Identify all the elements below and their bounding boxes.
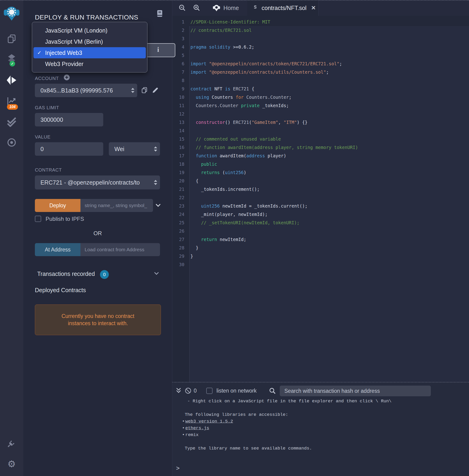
compile-success-badge: ✓	[10, 61, 15, 66]
clear-console-ban-icon[interactable]	[184, 387, 192, 395]
line-number: 15	[172, 135, 184, 143]
value-input[interactable]: 0	[35, 142, 103, 156]
edit-account-pencil-icon[interactable]	[151, 86, 159, 95]
environment-option[interactable]: JavaScript VM (Berlin)	[34, 36, 146, 47]
code-line: 26	[172, 227, 469, 235]
line-number: 8	[172, 76, 184, 85]
tab-nft-sol[interactable]: contracts/NFT.sol ✕	[247, 0, 318, 16]
terminal-line: Type the library name to see available c…	[182, 445, 467, 452]
code-line: 11 Counters.Counter private _tokenIds;	[172, 101, 469, 110]
create-account-plus-icon[interactable]	[63, 74, 70, 82]
documentation-book-icon[interactable]	[156, 9, 164, 19]
expand-terminal-chevrons-icon[interactable]	[175, 387, 182, 395]
line-number: 21	[172, 185, 184, 193]
gas-limit-value: 3000000	[40, 116, 63, 123]
code-line: 15 // commented out unused variable	[172, 135, 469, 143]
terminal-prompt[interactable]: >	[176, 465, 180, 472]
zoom-in-icon[interactable]	[193, 4, 201, 13]
publish-ipfs-checkbox[interactable]	[35, 216, 41, 222]
environment-option[interactable]: Web3 Provider	[34, 58, 146, 69]
deploy-run-icon[interactable]	[6, 75, 17, 86]
terminal-line: - Right click on a JavaScript file in th…	[182, 398, 467, 405]
settings-gear-icon[interactable]: ⚙	[7, 459, 16, 469]
listen-network-checkbox[interactable]	[206, 388, 213, 394]
at-address-input[interactable]	[81, 243, 160, 256]
expand-args-chevron-icon[interactable]	[155, 202, 161, 210]
no-instances-message: Currently you have no contract instances…	[50, 312, 146, 327]
code-line: 10 using Counters for Counters.Counter;	[172, 93, 469, 101]
terminal-search-input[interactable]	[280, 386, 431, 396]
terminal-line: The following libraries are accessible:	[182, 411, 467, 418]
zoom-out-icon[interactable]	[178, 4, 186, 13]
remix-home-logo-icon	[213, 4, 220, 12]
code-line: 19 returns (uint256)	[172, 168, 469, 177]
line-number: 22	[172, 193, 184, 202]
line-number: 23	[172, 202, 184, 210]
environment-option-label: JavaScript VM (Berlin)	[45, 38, 103, 45]
line-number: 13	[172, 118, 184, 126]
debugger-icon[interactable]	[7, 138, 17, 148]
top-divider	[0, 0, 469, 1]
terminal-line	[182, 405, 467, 411]
code-line: 17 function awardItem(address player)	[172, 151, 469, 160]
code-line: 22	[172, 193, 469, 202]
copy-account-icon[interactable]	[141, 86, 148, 95]
file-explorer-icon[interactable]	[7, 34, 17, 45]
analytics-count-badge: 104	[7, 104, 18, 110]
environment-option-label: Injected Web3	[45, 49, 82, 56]
unit-testing-icon[interactable]	[6, 116, 17, 128]
contract-select[interactable]: ERC721 - @openzeppelin/contracts/to	[35, 176, 160, 189]
value-label: VALUE	[35, 134, 50, 140]
terminal-line: •ethers.js	[182, 425, 467, 432]
panel-title: DEPLOY & RUN TRANSACTIONS	[35, 14, 138, 21]
line-number: 28	[172, 244, 184, 252]
deploy-button[interactable]: Deploy	[35, 199, 81, 212]
library-link[interactable]: web3 version 1.5.2	[185, 419, 233, 424]
code-line: 12	[172, 110, 469, 118]
line-number: 16	[172, 143, 184, 151]
code-area[interactable]: 1//SPDX-License-Identifier: MIT2// contr…	[172, 16, 469, 382]
line-number: 10	[172, 93, 184, 101]
contract-spinner[interactable]	[154, 180, 157, 185]
at-address-button[interactable]: At Address	[35, 243, 81, 256]
listen-network-label: listen on network	[217, 388, 257, 394]
bullet-icon: •	[182, 418, 185, 425]
selected-check-icon: ✓	[37, 50, 41, 56]
terminal-line	[182, 438, 467, 445]
line-number: 19	[172, 168, 184, 177]
constructor-args-input[interactable]	[81, 199, 153, 212]
contract-value: ERC721 - @openzeppelin/contracts/to	[40, 179, 140, 186]
analytics-chart-icon[interactable]: 104	[6, 96, 17, 107]
terminal-panel: 0 listen on network - Right click on a J…	[172, 382, 469, 476]
gas-limit-label: GAS LIMIT	[35, 105, 59, 110]
line-number: 11	[172, 101, 184, 110]
value-unit-select[interactable]: Wei	[109, 142, 160, 156]
value-amount: 0	[40, 146, 44, 152]
code-line: 4pragma solidity >=0.6.2;	[172, 43, 469, 51]
line-number: 24	[172, 210, 184, 218]
tab-nft-sol-label: contracts/NFT.sol	[262, 5, 306, 11]
line-number: 6	[172, 60, 184, 68]
code-line: 29}	[172, 252, 469, 260]
bullet-icon: •	[182, 432, 185, 438]
account-spinner[interactable]	[131, 88, 134, 93]
environment-option[interactable]: JavaScript VM (London)	[34, 25, 146, 36]
gas-limit-input[interactable]: 3000000	[35, 113, 103, 126]
environment-option[interactable]: ✓Injected Web3	[34, 47, 146, 58]
info-icon[interactable]: i	[157, 46, 159, 53]
value-unit-spinner[interactable]	[154, 147, 157, 151]
solidity-compiler-icon[interactable]: ✓	[6, 53, 17, 65]
code-line: 9contract NFT is ERC721 {	[172, 85, 469, 93]
pending-tx-count: 0	[194, 388, 197, 394]
transactions-chevron-icon[interactable]	[153, 271, 160, 278]
plugin-manager-icon[interactable]	[6, 438, 17, 449]
bullet-icon: •	[182, 425, 185, 432]
library-link[interactable]: ethers.js	[185, 426, 209, 431]
tab-home[interactable]: Home	[204, 0, 247, 16]
close-tab-icon[interactable]: ✕	[311, 5, 316, 11]
no-instances-warning: Currently you have no contract instances…	[35, 304, 161, 335]
line-number: 18	[172, 160, 184, 168]
account-select[interactable]: 0x845...B1aB3 (999995.576	[35, 84, 137, 97]
code-line: 30	[172, 260, 469, 269]
remix-logo-icon[interactable]	[3, 5, 20, 22]
